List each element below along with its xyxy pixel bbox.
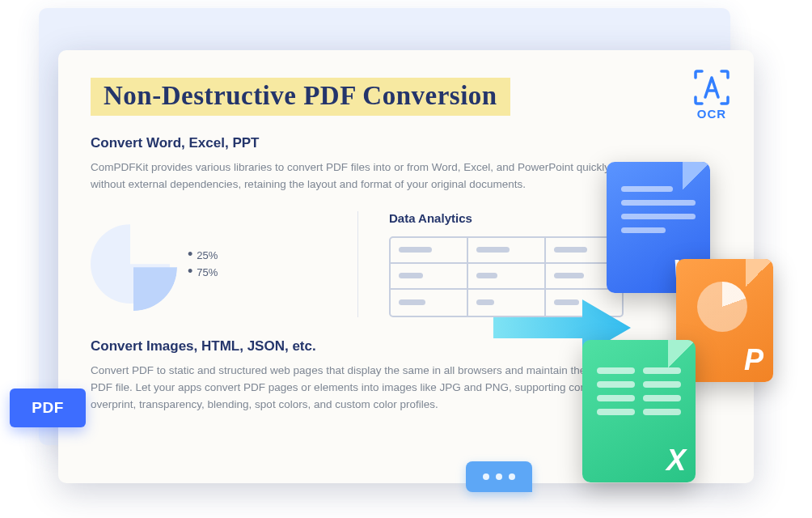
- dot-icon: [483, 473, 489, 480]
- ocr-badge: OCR: [691, 66, 733, 121]
- pie-legend: 25% 75%: [188, 244, 218, 283]
- ocr-a-icon: [691, 66, 733, 108]
- pie-chart-block: 25% 75%: [91, 211, 325, 317]
- ocr-label: OCR: [697, 107, 726, 121]
- pdf-badge-label: PDF: [32, 399, 64, 417]
- dot-icon: [496, 473, 502, 480]
- legend-item-2: 75%: [188, 266, 218, 278]
- excel-letter: X: [666, 444, 686, 478]
- legend-item-1: 25%: [188, 249, 218, 261]
- title-highlight: Non-Destructive PDF Conversion: [91, 78, 510, 116]
- excel-file-icon: X: [582, 340, 696, 482]
- ellipsis-badge: [466, 461, 532, 492]
- pie-chart-icon: [91, 224, 170, 304]
- section-office-title: Convert Word, Excel, PPT: [91, 135, 721, 151]
- pdf-badge: PDF: [10, 388, 86, 427]
- dot-icon: [509, 473, 515, 480]
- page-title: Non-Destructive PDF Conversion: [104, 81, 497, 111]
- ppt-letter: P: [744, 343, 763, 377]
